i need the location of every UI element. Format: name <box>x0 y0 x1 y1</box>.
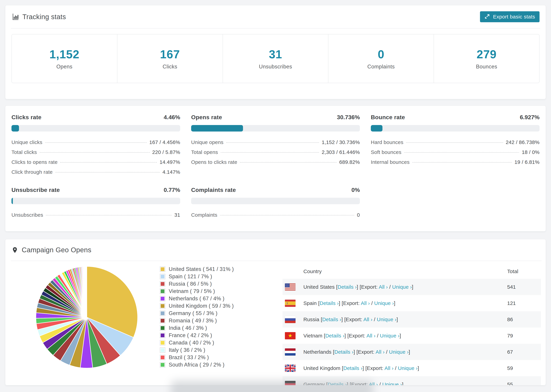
summary-stats-row: 1,152Opens167Clicks31Unsubscribes0Compla… <box>11 34 540 83</box>
legend-swatch <box>160 281 165 287</box>
header-divider <box>11 28 540 28</box>
export-unique-link-united-kingdom[interactable]: Unique › <box>398 365 417 371</box>
dashboard-page: Tracking stats Export basic stats 1,152O… <box>0 0 551 385</box>
rate-progress-fill <box>191 125 243 132</box>
stat-row-label: Soft bounces <box>371 149 402 155</box>
country-name: Vietnam <box>304 333 322 338</box>
table-row-vietnam: Vietnam [Details ›] [Export: All › / Uni… <box>283 328 541 344</box>
rate-header: Unsubscribe rate0.77% <box>11 187 180 193</box>
export-unique-link-spain[interactable]: Unique › <box>374 300 394 306</box>
details-link-united-states[interactable]: Details › <box>338 284 357 290</box>
country-name: United States <box>304 284 335 290</box>
legend-label: France ( 42 / 2% ) <box>169 332 212 338</box>
stat-row-value: 14.497% <box>160 159 180 165</box>
dotted-leader <box>406 142 503 143</box>
stat-value: 31 <box>269 48 282 61</box>
details-link-spain[interactable]: Details › <box>320 300 339 306</box>
stat-row-label: Total opens <box>191 149 218 155</box>
stat-row-value: 18 / 0% <box>522 149 540 155</box>
legend-item-brazil: Brazil ( 33 / 2% ) <box>160 354 233 361</box>
export-all-link-vietnam[interactable]: All › <box>367 333 376 338</box>
legend-swatch <box>160 362 165 368</box>
stat-row-value: 689.82% <box>339 159 360 165</box>
export-all-link-russia[interactable]: All › <box>363 317 373 322</box>
legend-label: Italy ( 36 / 2% ) <box>169 347 205 353</box>
geo-country-table: Country Total United States [Details ›] … <box>283 264 541 385</box>
stat-value: 0 <box>378 48 384 61</box>
stat-row: Click through rate4.147% <box>11 169 180 179</box>
legend-label: Canada ( 40 / 2% ) <box>169 340 214 346</box>
dotted-leader <box>221 152 319 153</box>
table-row-spain: Spain [Details ›] [Export: All › / Uniqu… <box>283 295 541 311</box>
rate-detail-rows: Unsubscribes31 <box>11 212 180 222</box>
legend-item-netherlands: Netherlands ( 67 / 4% ) <box>160 295 233 302</box>
legend-swatch <box>160 296 165 301</box>
export-all-link-germany[interactable]: All › <box>369 382 378 385</box>
stat-row-value: 31 <box>174 212 180 218</box>
export-all-link-united-kingdom[interactable]: All › <box>384 365 394 371</box>
legend-label: Romania ( 49 / 3% ) <box>169 318 217 324</box>
stat-row: Complaints0 <box>191 212 360 222</box>
stat-row: Soft bounces18 / 0% <box>371 149 540 159</box>
country-name: Netherlands <box>304 349 332 355</box>
rate-value: 0.77% <box>164 187 180 193</box>
stat-row-label: Hard bounces <box>371 139 403 145</box>
stat-row: Opens to clicks rate689.82% <box>191 159 360 169</box>
export-unique-link-vietnam[interactable]: Unique › <box>380 333 400 338</box>
country-cell: United Kingdom [Details ›] [Export: All … <box>304 365 507 371</box>
stat-row-value: 220 / 5.87% <box>152 149 180 155</box>
stat-row-label: Total clicks <box>11 149 37 155</box>
stat-row: Clicks to opens rate14.497% <box>11 159 180 169</box>
rate-detail-rows: Unique opens1,152 / 30.736%Total opens2,… <box>191 139 360 169</box>
map-pin-icon <box>11 247 18 253</box>
details-link-germany[interactable]: Details › <box>328 382 347 385</box>
rate-value: 30.736% <box>337 114 360 121</box>
rate-value: 0% <box>352 187 360 193</box>
rate-progress-track <box>191 198 360 204</box>
export-all-link-netherlands[interactable]: All › <box>376 349 385 355</box>
export-basic-stats-button[interactable]: Export basic stats <box>480 11 540 22</box>
export-unique-link-russia[interactable]: Unique › <box>377 317 396 322</box>
rate-title: Bounce rate <box>371 114 405 121</box>
stat-row: Unsubscribes31 <box>11 212 180 222</box>
stat-row-value: 19 / 6.81% <box>515 159 540 165</box>
rate-detail-rows: Unique clicks167 / 4.456%Total clicks220… <box>11 139 180 179</box>
summary-stat-complaints: 0Complaints <box>328 34 434 83</box>
export-unique-link-united-states[interactable]: Unique › <box>392 284 412 290</box>
country-name: Spain <box>304 300 317 306</box>
details-link-netherlands[interactable]: Details › <box>334 349 353 355</box>
details-link-united-kingdom[interactable]: Details › <box>343 365 362 371</box>
stat-row-value: 2,303 / 61.446% <box>322 149 360 155</box>
legend-swatch <box>160 325 165 331</box>
stat-row-label: Unique opens <box>191 139 224 145</box>
export-all-link-spain[interactable]: All › <box>361 300 370 306</box>
country-cell: Spain [Details ›] [Export: All › / Uniqu… <box>304 300 507 306</box>
rate-header: Opens rate30.736% <box>191 114 360 121</box>
page-title: Tracking stats <box>22 13 66 21</box>
legend-label: Brazil ( 33 / 2% ) <box>169 354 209 361</box>
flag-icon-gb <box>285 365 296 372</box>
details-link-russia[interactable]: Details › <box>322 317 341 322</box>
export-all-link-united-states[interactable]: All › <box>379 284 388 290</box>
stat-row: Total opens2,303 / 61.446% <box>191 149 360 159</box>
export-unique-link-germany[interactable]: Unique › <box>382 382 402 385</box>
country-name: Russia <box>304 317 319 322</box>
total-cell: 121 <box>507 300 541 306</box>
rate-progress-track <box>11 125 180 132</box>
rate-block-complaints-rate: Complaints rate0%Complaints0 <box>191 187 360 222</box>
total-cell: 541 <box>507 284 541 290</box>
rate-progress-track <box>371 125 540 132</box>
tracking-stats-title: Tracking stats <box>11 13 66 21</box>
rate-title: Unsubscribe rate <box>11 187 60 193</box>
rate-block-opens-rate: Opens rate30.736%Unique opens1,152 / 30.… <box>191 114 360 179</box>
details-link-vietnam[interactable]: Details › <box>325 333 345 338</box>
stat-row-label: Unique clicks <box>11 139 42 145</box>
dotted-leader <box>226 142 319 143</box>
flag-icon-us <box>285 283 296 291</box>
legend-item-spain: Spain ( 121 / 7% ) <box>160 273 233 280</box>
export-unique-link-netherlands[interactable]: Unique › <box>389 349 409 355</box>
summary-stat-clicks: 167Clicks <box>117 34 223 83</box>
stat-row-label: Internal bounces <box>371 159 410 165</box>
stat-value: 1,152 <box>49 48 79 61</box>
total-cell: 59 <box>507 365 541 371</box>
